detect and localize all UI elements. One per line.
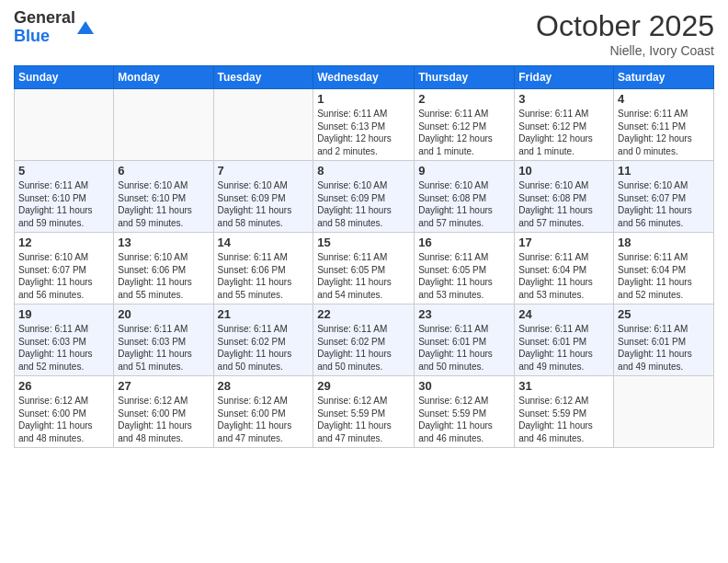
calendar-cell <box>114 89 213 161</box>
weekday-header-friday: Friday <box>515 66 614 89</box>
day-info: Sunrise: 6:12 AM Sunset: 6:00 PM Dayligh… <box>218 395 310 444</box>
calendar-cell: 18Sunrise: 6:11 AM Sunset: 6:04 PM Dayli… <box>614 233 714 304</box>
day-number: 7 <box>218 164 310 178</box>
logo: General Blue <box>14 9 94 46</box>
day-info: Sunrise: 6:10 AM Sunset: 6:08 PM Dayligh… <box>518 179 609 229</box>
day-info: Sunrise: 6:11 AM Sunset: 6:04 PM Dayligh… <box>518 251 609 301</box>
day-number: 26 <box>18 379 109 393</box>
day-number: 9 <box>418 164 510 178</box>
calendar-cell: 1Sunrise: 6:11 AM Sunset: 6:13 PM Daylig… <box>313 89 415 161</box>
calendar-cell: 21Sunrise: 6:11 AM Sunset: 6:02 PM Dayli… <box>213 304 313 376</box>
calendar-cell: 24Sunrise: 6:11 AM Sunset: 6:01 PM Dayli… <box>515 304 614 376</box>
calendar-cell <box>213 89 313 161</box>
day-info: Sunrise: 6:10 AM Sunset: 6:10 PM Dayligh… <box>118 179 209 229</box>
day-number: 6 <box>118 164 209 178</box>
calendar-cell <box>15 89 114 161</box>
day-number: 8 <box>317 164 410 178</box>
day-number: 18 <box>618 236 710 249</box>
day-number: 19 <box>18 307 109 321</box>
calendar-cell: 6Sunrise: 6:10 AM Sunset: 6:10 PM Daylig… <box>114 161 213 233</box>
weekday-header-sunday: Sunday <box>15 66 114 89</box>
day-number: 22 <box>317 307 410 321</box>
title-block: October 2025 Nielle, Ivory Coast <box>536 9 714 58</box>
calendar-cell: 4Sunrise: 6:11 AM Sunset: 6:11 PM Daylig… <box>614 89 714 161</box>
calendar-cell: 11Sunrise: 6:10 AM Sunset: 6:07 PM Dayli… <box>614 161 714 233</box>
calendar-week-row: 1Sunrise: 6:11 AM Sunset: 6:13 PM Daylig… <box>15 89 714 161</box>
calendar-cell: 17Sunrise: 6:11 AM Sunset: 6:04 PM Dayli… <box>515 233 614 304</box>
calendar-cell: 22Sunrise: 6:11 AM Sunset: 6:02 PM Dayli… <box>313 304 415 376</box>
day-number: 20 <box>118 307 209 321</box>
day-number: 23 <box>418 307 510 321</box>
day-info: Sunrise: 6:11 AM Sunset: 6:01 PM Dayligh… <box>418 323 510 373</box>
day-number: 1 <box>317 92 410 106</box>
day-number: 2 <box>418 92 510 106</box>
logo-blue: Blue <box>14 28 75 46</box>
calendar-cell: 30Sunrise: 6:12 AM Sunset: 5:59 PM Dayli… <box>415 376 515 448</box>
day-info: Sunrise: 6:11 AM Sunset: 6:13 PM Dayligh… <box>317 108 410 157</box>
calendar-cell: 31Sunrise: 6:12 AM Sunset: 5:59 PM Dayli… <box>515 376 614 448</box>
day-number: 16 <box>418 236 510 249</box>
day-number: 14 <box>218 236 310 249</box>
day-number: 17 <box>518 236 609 249</box>
calendar-week-row: 12Sunrise: 6:10 AM Sunset: 6:07 PM Dayli… <box>15 233 714 304</box>
day-info: Sunrise: 6:11 AM Sunset: 6:06 PM Dayligh… <box>218 251 310 301</box>
day-number: 13 <box>118 236 209 249</box>
calendar-table: SundayMondayTuesdayWednesdayThursdayFrid… <box>14 65 714 448</box>
day-number: 3 <box>518 92 609 106</box>
day-number: 30 <box>418 379 510 393</box>
calendar-cell: 28Sunrise: 6:12 AM Sunset: 6:00 PM Dayli… <box>213 376 313 448</box>
day-info: Sunrise: 6:11 AM Sunset: 6:05 PM Dayligh… <box>317 251 410 301</box>
day-info: Sunrise: 6:11 AM Sunset: 6:03 PM Dayligh… <box>18 323 109 373</box>
logo-text: General Blue <box>14 9 75 46</box>
calendar-cell: 26Sunrise: 6:12 AM Sunset: 6:00 PM Dayli… <box>15 376 114 448</box>
calendar-cell: 8Sunrise: 6:10 AM Sunset: 6:09 PM Daylig… <box>313 161 415 233</box>
day-info: Sunrise: 6:10 AM Sunset: 6:06 PM Dayligh… <box>118 251 209 301</box>
day-info: Sunrise: 6:12 AM Sunset: 5:59 PM Dayligh… <box>418 395 510 444</box>
weekday-header-tuesday: Tuesday <box>213 66 313 89</box>
day-number: 12 <box>18 236 109 249</box>
day-info: Sunrise: 6:10 AM Sunset: 6:07 PM Dayligh… <box>618 179 710 229</box>
day-number: 29 <box>317 379 410 393</box>
calendar-cell: 13Sunrise: 6:10 AM Sunset: 6:06 PM Dayli… <box>114 233 213 304</box>
day-info: Sunrise: 6:10 AM Sunset: 6:07 PM Dayligh… <box>18 251 109 301</box>
weekday-header-wednesday: Wednesday <box>313 66 415 89</box>
day-number: 24 <box>518 307 609 321</box>
day-info: Sunrise: 6:11 AM Sunset: 6:04 PM Dayligh… <box>618 251 710 301</box>
calendar-cell: 15Sunrise: 6:11 AM Sunset: 6:05 PM Dayli… <box>313 233 415 304</box>
calendar-cell: 5Sunrise: 6:11 AM Sunset: 6:10 PM Daylig… <box>15 161 114 233</box>
calendar-cell: 9Sunrise: 6:10 AM Sunset: 6:08 PM Daylig… <box>415 161 515 233</box>
day-number: 27 <box>118 379 209 393</box>
day-info: Sunrise: 6:12 AM Sunset: 5:59 PM Dayligh… <box>317 395 410 444</box>
calendar-cell: 19Sunrise: 6:11 AM Sunset: 6:03 PM Dayli… <box>15 304 114 376</box>
day-info: Sunrise: 6:11 AM Sunset: 6:02 PM Dayligh… <box>317 323 410 373</box>
weekday-header-monday: Monday <box>114 66 213 89</box>
logo-shape: General Blue <box>14 9 94 46</box>
day-info: Sunrise: 6:10 AM Sunset: 6:08 PM Dayligh… <box>418 179 510 229</box>
day-info: Sunrise: 6:11 AM Sunset: 6:02 PM Dayligh… <box>218 323 310 373</box>
day-info: Sunrise: 6:10 AM Sunset: 6:09 PM Dayligh… <box>317 179 410 229</box>
day-number: 28 <box>218 379 310 393</box>
weekday-header-saturday: Saturday <box>614 66 714 89</box>
calendar-cell: 14Sunrise: 6:11 AM Sunset: 6:06 PM Dayli… <box>213 233 313 304</box>
calendar-cell: 7Sunrise: 6:10 AM Sunset: 6:09 PM Daylig… <box>213 161 313 233</box>
svg-marker-0 <box>77 21 94 34</box>
calendar-cell: 2Sunrise: 6:11 AM Sunset: 6:12 PM Daylig… <box>415 89 515 161</box>
day-info: Sunrise: 6:11 AM Sunset: 6:03 PM Dayligh… <box>118 323 209 373</box>
day-info: Sunrise: 6:11 AM Sunset: 6:05 PM Dayligh… <box>418 251 510 301</box>
day-number: 10 <box>518 164 609 178</box>
calendar-week-row: 5Sunrise: 6:11 AM Sunset: 6:10 PM Daylig… <box>15 161 714 233</box>
day-info: Sunrise: 6:11 AM Sunset: 6:01 PM Dayligh… <box>618 323 710 373</box>
location-title: Nielle, Ivory Coast <box>536 43 714 58</box>
day-number: 15 <box>317 236 410 249</box>
calendar-cell: 25Sunrise: 6:11 AM Sunset: 6:01 PM Dayli… <box>614 304 714 376</box>
calendar-week-row: 26Sunrise: 6:12 AM Sunset: 6:00 PM Dayli… <box>15 376 714 448</box>
calendar-cell: 16Sunrise: 6:11 AM Sunset: 6:05 PM Dayli… <box>415 233 515 304</box>
day-info: Sunrise: 6:10 AM Sunset: 6:09 PM Dayligh… <box>218 179 310 229</box>
calendar-cell: 27Sunrise: 6:12 AM Sunset: 6:00 PM Dayli… <box>114 376 213 448</box>
weekday-header-thursday: Thursday <box>415 66 515 89</box>
calendar-cell: 12Sunrise: 6:10 AM Sunset: 6:07 PM Dayli… <box>15 233 114 304</box>
day-number: 4 <box>618 92 710 106</box>
day-info: Sunrise: 6:12 AM Sunset: 6:00 PM Dayligh… <box>18 395 109 444</box>
weekday-header-row: SundayMondayTuesdayWednesdayThursdayFrid… <box>15 66 714 89</box>
day-info: Sunrise: 6:12 AM Sunset: 6:00 PM Dayligh… <box>118 395 209 444</box>
